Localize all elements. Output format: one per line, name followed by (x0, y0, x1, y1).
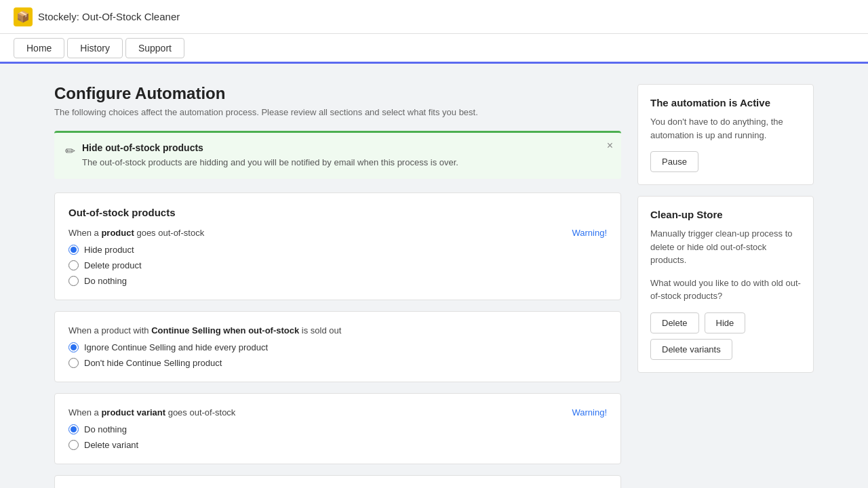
delete-variant-radio[interactable] (68, 440, 79, 450)
right-panel: The automation is Active You don't have … (637, 84, 814, 488)
variant-condition-text: When a product variant goes out-of-stock (68, 407, 235, 418)
product-condition-text: When a product goes out-of-stock (68, 228, 204, 238)
tag-section: Product tag that skips Hide/Delete (54, 475, 621, 489)
product-options-group: Hide product Delete product Do nothing (68, 245, 607, 286)
cleanup-card: Clean-up Store Manually trigger clean-up… (637, 196, 814, 373)
continue-selling-section: When a product with Continue Selling whe… (54, 311, 621, 382)
cleanup-question: What would you like to do with old out-o… (650, 277, 801, 303)
cleanup-title: Clean-up Store (650, 209, 801, 220)
left-panel: Configure Automation The following choic… (54, 84, 621, 488)
banner-title: Hide out-of-stock products (82, 142, 458, 153)
do-nothing-product-option[interactable]: Do nothing (68, 276, 607, 286)
app-logo: 📦 Stockely: Out-Of-Stock Cleaner (14, 7, 180, 26)
nav-bar: Home History Support (0, 34, 868, 64)
delete-product-option[interactable]: Delete product (68, 260, 607, 270)
app-title: Stockely: Out-Of-Stock Cleaner (38, 11, 180, 22)
variant-options-group: Do nothing Delete variant (68, 424, 607, 450)
nav-home[interactable]: Home (14, 38, 64, 58)
automation-status-desc: You don't have to do anything, the autom… (650, 115, 801, 142)
banner-close-button[interactable]: × (607, 140, 613, 152)
continue-selling-options-group: Ignore Continue Selling and hide every p… (68, 342, 607, 368)
continue-selling-condition-text: When a product with Continue Selling whe… (68, 325, 341, 336)
page-title: Configure Automation (54, 84, 621, 103)
continue-selling-condition-row: When a product with Continue Selling whe… (68, 325, 607, 336)
pause-button[interactable]: Pause (650, 151, 698, 172)
product-warning-link[interactable]: Warning! (572, 228, 607, 238)
notification-banner: ✏ Hide out-of-stock products The out-of-… (54, 131, 621, 179)
nav-history[interactable]: History (67, 38, 123, 58)
logo-icon: 📦 (14, 7, 33, 26)
out-of-stock-section-title: Out-of-stock products (68, 207, 607, 218)
banner-description: The out-of-stock products are hidding an… (82, 156, 458, 169)
do-nothing-variant-radio[interactable] (68, 424, 79, 434)
cleanup-delete-variants-button[interactable]: Delete variants (650, 339, 732, 360)
delete-product-radio[interactable] (68, 260, 79, 270)
ignore-continue-selling-option[interactable]: Ignore Continue Selling and hide every p… (68, 342, 607, 352)
logo-emoji: 📦 (16, 10, 30, 23)
dont-hide-continue-selling-radio[interactable] (68, 358, 79, 368)
hide-product-option[interactable]: Hide product (68, 245, 607, 255)
page-subtitle: The following choices affect the automat… (54, 107, 621, 117)
dont-hide-continue-selling-option[interactable]: Don't hide Continue Selling product (68, 358, 607, 368)
cleanup-buttons-row: Delete Hide Delete variants (650, 312, 801, 360)
variant-condition-row: When a product variant goes out-of-stock… (68, 407, 607, 418)
ignore-continue-selling-radio[interactable] (68, 342, 79, 352)
hide-product-radio[interactable] (68, 245, 79, 255)
main-content: Configure Automation The following choic… (0, 64, 868, 488)
product-variant-section: When a product variant goes out-of-stock… (54, 393, 621, 464)
automation-status-card: The automation is Active You don't have … (637, 84, 814, 185)
variant-warning-link[interactable]: Warning! (572, 407, 607, 418)
banner-content: Hide out-of-stock products The out-of-st… (82, 142, 458, 169)
out-of-stock-section: Out-of-stock products When a product goe… (54, 192, 621, 300)
cleanup-hide-button[interactable]: Hide (705, 312, 746, 333)
cleanup-delete-button[interactable]: Delete (650, 312, 699, 333)
delete-variant-option[interactable]: Delete variant (68, 440, 607, 450)
do-nothing-variant-option[interactable]: Do nothing (68, 424, 607, 434)
top-bar: 📦 Stockely: Out-Of-Stock Cleaner (0, 0, 868, 34)
product-condition-row: When a product goes out-of-stock Warning… (68, 228, 607, 238)
automation-status-title: The automation is Active (650, 97, 801, 108)
do-nothing-product-radio[interactable] (68, 276, 79, 286)
nav-support[interactable]: Support (125, 38, 184, 58)
banner-icon: ✏ (65, 144, 75, 159)
cleanup-description: Manually trigger clean-up process to del… (650, 227, 801, 267)
